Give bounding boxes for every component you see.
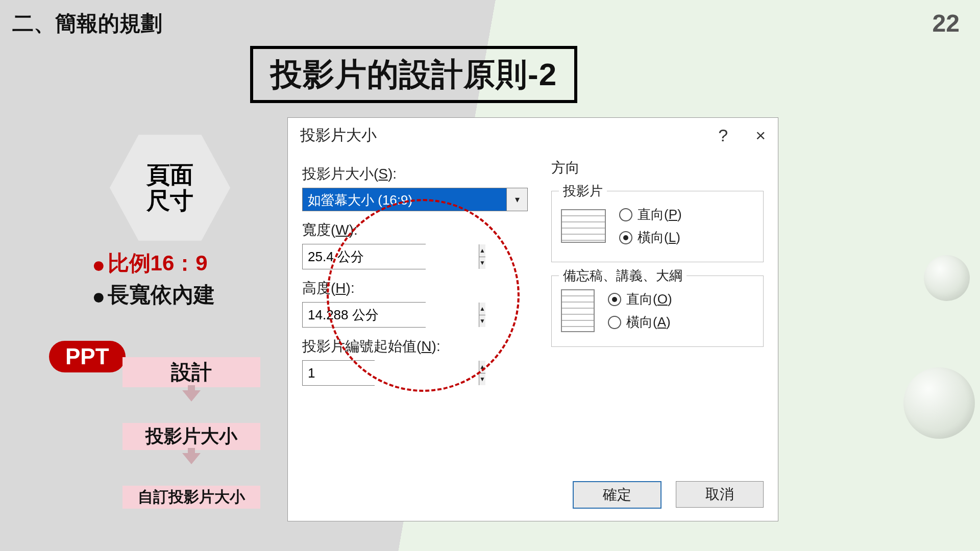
hex-badge: 頁面 尺寸 bbox=[107, 133, 230, 240]
slide-group-legend: 投影片 bbox=[559, 182, 607, 200]
arrow-down-icon bbox=[182, 453, 201, 464]
page-landscape-icon bbox=[561, 209, 606, 243]
height-label: 高度(H): bbox=[302, 279, 537, 298]
close-button[interactable]: × bbox=[755, 126, 766, 145]
ppt-pill: PPT bbox=[49, 341, 126, 372]
startnum-input[interactable] bbox=[303, 361, 479, 385]
width-spinner[interactable]: ▲▼ bbox=[302, 244, 426, 269]
bullet-1: 比例16：9 bbox=[108, 251, 208, 275]
slide-orientation-group: 投影片 直向(P) 橫向(L) bbox=[551, 191, 764, 262]
spin-down-icon[interactable]: ▼ bbox=[479, 257, 485, 269]
page-number: 22 bbox=[933, 9, 960, 37]
width-label: 寬度(W): bbox=[302, 220, 537, 240]
slide-size-dialog: 投影片大小 ? × 投影片大小(S): 如螢幕大小 (16:9) ▾ 寬度(W)… bbox=[287, 117, 778, 521]
dialog-title: 投影片大小 bbox=[300, 125, 377, 146]
notes-orientation-group: 備忘稿、講義、大綱 直向(O) 橫向(A) bbox=[551, 276, 764, 347]
spin-up-icon[interactable]: ▲ bbox=[479, 303, 485, 315]
size-select[interactable]: 如螢幕大小 (16:9) ▾ bbox=[302, 188, 528, 211]
bullet-list: ●比例16：9 ●長寬依內建 bbox=[92, 249, 215, 309]
cancel-button[interactable]: 取消 bbox=[676, 481, 764, 508]
step-2: 投影片大小 bbox=[122, 423, 260, 450]
notes-group-legend: 備忘稿、講義、大綱 bbox=[559, 267, 687, 285]
bubble-decor bbox=[903, 367, 975, 439]
hex-line1: 頁面 bbox=[146, 162, 193, 188]
slide-portrait-radio[interactable]: 直向(P) bbox=[619, 206, 682, 223]
startnum-label: 投影片編號起始值(N): bbox=[302, 337, 537, 356]
notes-portrait-radio[interactable]: 直向(O) bbox=[608, 290, 672, 308]
hex-line2: 尺寸 bbox=[146, 188, 193, 214]
ok-button[interactable]: 確定 bbox=[573, 481, 662, 509]
page-portrait-icon bbox=[561, 289, 595, 332]
size-select-value: 如螢幕大小 (16:9) bbox=[303, 188, 506, 211]
help-button[interactable]: ? bbox=[718, 126, 728, 145]
orientation-heading: 方向 bbox=[551, 158, 764, 178]
height-spinner[interactable]: ▲▼ bbox=[302, 302, 426, 328]
width-input[interactable] bbox=[303, 244, 479, 269]
spin-up-icon[interactable]: ▲ bbox=[479, 361, 485, 373]
notes-landscape-radio[interactable]: 橫向(A) bbox=[608, 313, 672, 331]
section-heading: 二、簡報的規劃 bbox=[12, 9, 162, 38]
step-1: 設計 bbox=[122, 357, 260, 387]
arrow-down-icon bbox=[182, 390, 201, 402]
steps-flow: 設計 投影片大小 自訂投影片大小 bbox=[122, 357, 260, 509]
slide-title: 投影片的設計原則-2 bbox=[250, 46, 577, 103]
size-label: 投影片大小(S): bbox=[302, 164, 537, 184]
slide-landscape-radio[interactable]: 橫向(L) bbox=[619, 229, 682, 246]
bubble-decor bbox=[924, 255, 970, 301]
height-input[interactable] bbox=[303, 303, 479, 327]
spin-down-icon[interactable]: ▼ bbox=[479, 315, 485, 328]
step-3: 自訂投影片大小 bbox=[122, 486, 260, 509]
spin-down-icon[interactable]: ▼ bbox=[479, 373, 485, 386]
bullet-2: 長寬依內建 bbox=[108, 283, 215, 307]
spin-up-icon[interactable]: ▲ bbox=[479, 244, 485, 257]
chevron-down-icon[interactable]: ▾ bbox=[506, 188, 527, 211]
startnum-spinner[interactable]: ▲▼ bbox=[302, 360, 375, 386]
